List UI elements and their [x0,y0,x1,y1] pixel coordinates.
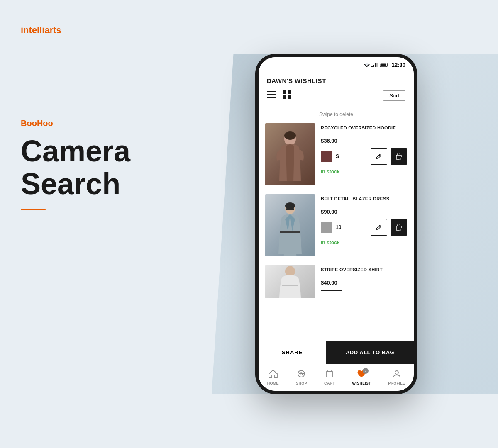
add-to-bag-button-2[interactable]: + [391,219,407,236]
left-panel: intelliarts BooHoo Camera Search [0,0,187,448]
title-underline [21,209,46,210]
svg-rect-25 [286,208,294,210]
stock-status-1: In stock [321,169,407,175]
shirt-silhouette [273,265,307,298]
svg-rect-14 [288,90,291,94]
app-header: DAWN'S WISHLIST [259,72,414,108]
svg-rect-5 [375,63,376,67]
brand-label: BooHoo [21,119,166,128]
color-swatch-1[interactable] [321,151,332,162]
right-panel: 12:30 DAWN'S WISHLIST [187,54,498,394]
color-swatch-2[interactable] [321,222,332,233]
partial-indicator [321,290,342,291]
share-button[interactable]: SHARE [259,341,326,364]
hoodie-silhouette [273,131,307,185]
shop-icon [297,370,305,380]
nav-profile-label: PROFILE [388,381,405,385]
add-all-button[interactable]: ADD ALL TO BAG [326,341,414,364]
status-bar: 12:30 [259,57,414,72]
svg-text:+: + [400,157,402,160]
product-name-2: BELT DETAIL BLAZER DRESS [321,196,407,202]
action-buttons-2: + [371,219,407,236]
product-name-1: RECYCLED OVERSIZED HOODIE [321,125,407,131]
product-name-3: STRIPE OVERSIZED SHIRT [321,267,407,273]
title-line2: Search [21,167,120,200]
color-size-1: S [321,151,339,162]
signal-icon [371,63,378,67]
wishlist-icon: 2 [357,370,366,380]
action-buttons-1: + [371,148,407,165]
title-line1: Camera [21,134,130,168]
swipe-hint: Swipe to delete [259,108,414,119]
edit-button-2[interactable] [371,219,387,236]
svg-rect-3 [371,66,373,67]
svg-rect-4 [373,65,374,67]
phone-mockup: 12:30 DAWN'S WISHLIST [255,54,417,394]
product-image-hoodie[interactable] [265,123,315,185]
product-info-2: BELT DETAIL BLAZER DRESS $90.00 10 [321,194,407,246]
list-view-icon[interactable] [267,91,276,100]
svg-text:+: + [400,228,402,231]
svg-rect-11 [267,94,276,95]
home-icon [269,370,278,380]
product-options-2: 10 + [321,219,407,236]
size-label-2: 10 [336,224,341,230]
color-size-2: 10 [321,222,341,233]
add-to-bag-button-1[interactable]: + [391,148,407,165]
product-item: RECYCLED OVERSIZED HOODIE $36.00 S [259,119,414,190]
wishlist-title: DAWN'S WISHLIST [267,77,405,84]
product-item-2: BELT DETAIL BLAZER DRESS $90.00 10 [259,190,414,261]
logo-part1: intelli [21,25,44,35]
phone-frame: 12:30 DAWN'S WISHLIST [255,54,417,394]
svg-rect-12 [267,97,276,98]
battery-icon [380,63,389,67]
svg-rect-26 [280,231,300,233]
nav-home[interactable]: HOME [267,370,279,385]
product-info-1: RECYCLED OVERSIZED HOODIE $36.00 S [321,123,407,175]
svg-rect-10 [267,91,276,92]
grid-view-icon[interactable] [283,90,292,101]
product-price-1: $36.00 [321,138,407,144]
nav-profile[interactable]: PROFILE [388,370,405,385]
svg-point-18 [284,131,296,140]
logo-part2: arts [44,25,61,35]
wishlist-badge: 2 [363,368,369,374]
svg-rect-39 [326,372,333,377]
view-controls: Sort [267,90,405,101]
nav-shop[interactable]: SHOP [296,370,307,385]
nav-cart-label: CART [324,381,335,385]
svg-rect-35 [282,285,298,286]
bottom-nav: HOME SHOP CART 2 [259,364,414,391]
time-display: 12:30 [392,62,405,68]
edit-button-1[interactable] [371,148,387,165]
wifi-icon [364,63,370,67]
product-info-3: STRIPE OVERSIZED SHIRT $40.00 [321,265,407,291]
product-price-2: $90.00 [321,209,407,215]
profile-icon [393,370,401,380]
product-list: RECYCLED OVERSIZED HOODIE $36.00 S [259,119,414,341]
view-icon-group [267,90,292,101]
product-image-shirt[interactable] [265,265,315,298]
blazer-silhouette [273,202,307,256]
svg-rect-16 [288,95,291,99]
svg-point-24 [285,202,295,209]
brand-section: BooHoo Camera Search [21,119,166,210]
nav-wishlist-label: WISHLIST [352,381,371,385]
product-item-3: STRIPE OVERSIZED SHIRT $40.00 [259,261,414,298]
sort-button[interactable]: Sort [383,90,405,101]
svg-rect-6 [376,63,378,67]
page-title: Camera Search [21,135,166,200]
status-icons: 12:30 [364,62,405,68]
nav-home-label: HOME [267,381,279,385]
bottom-actions: SHARE ADD ALL TO BAG [259,341,414,364]
svg-rect-8 [387,64,388,66]
nav-shop-label: SHOP [296,381,307,385]
nav-cart[interactable]: CART [324,370,335,385]
product-image-blazer[interactable] [265,194,315,256]
size-label-1: S [336,153,339,159]
svg-rect-15 [283,95,286,99]
svg-rect-34 [282,282,298,282]
logo: intelliarts [21,25,166,36]
nav-wishlist[interactable]: 2 WISHLIST [352,370,371,385]
cart-icon [325,370,334,380]
